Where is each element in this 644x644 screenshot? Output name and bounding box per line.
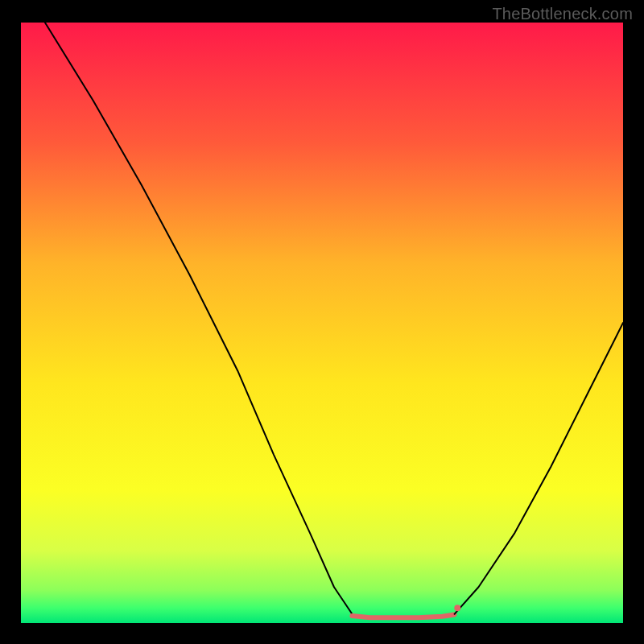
watermark-text: TheBottleneck.com <box>492 5 633 23</box>
chart-svg <box>21 23 623 623</box>
chart-root: TheBottleneck.com <box>0 0 644 644</box>
marker-dot <box>454 605 460 611</box>
marker-group <box>454 605 460 611</box>
plot-frame <box>21 23 623 623</box>
gradient-background <box>21 23 623 623</box>
